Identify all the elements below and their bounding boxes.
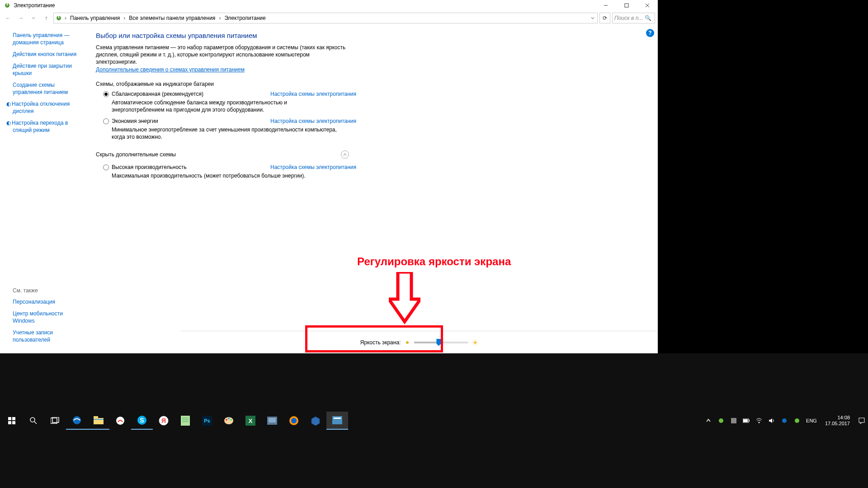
plan-name[interactable]: Высокая производительность: [112, 164, 187, 170]
chevron-right-icon: ›: [218, 15, 222, 21]
power-icon: [4, 2, 11, 9]
taskbar-app-firefox[interactable]: [283, 412, 305, 430]
svg-point-59: [782, 418, 787, 423]
close-button[interactable]: [637, 0, 658, 11]
tray-clock[interactable]: 14:08 17.05.2017: [822, 415, 853, 427]
plan-settings-link[interactable]: Настройка схемы электропитания: [270, 118, 356, 124]
minimize-button[interactable]: [595, 0, 616, 11]
tray-language[interactable]: ENG: [806, 418, 817, 423]
sidebar-link-user-accounts[interactable]: Учетные записи пользователей: [13, 329, 85, 343]
sidebar-link-personalization[interactable]: Персонализация: [13, 298, 85, 305]
svg-rect-56: [749, 420, 750, 422]
taskbar: S Я Ps X ENG 14:08 17.05.2017: [0, 353, 868, 488]
taskbar-app-excel[interactable]: X: [240, 412, 261, 430]
taskbar-app-yandex-disk[interactable]: [109, 412, 131, 430]
breadcrumb-item[interactable]: Все элементы панели управления: [127, 15, 217, 21]
taskbar-app-skype[interactable]: S: [131, 412, 153, 430]
radio-high-performance[interactable]: [103, 164, 109, 170]
power-plan-saver: Экономия энергии Настройка схемы электро…: [103, 118, 356, 141]
back-button[interactable]: ←: [3, 13, 14, 23]
task-view-button[interactable]: [44, 412, 66, 430]
forward-button[interactable]: →: [15, 13, 26, 23]
history-dropdown-icon[interactable]: [589, 16, 596, 20]
sidebar-link-mobility-center[interactable]: Центр мобильности Windows: [13, 310, 85, 324]
svg-rect-1: [7, 3, 8, 5]
sidebar-link-home[interactable]: Панель управления — домашняя страница: [13, 32, 85, 46]
radio-power-saver[interactable]: [103, 118, 109, 124]
taskbar-app-edge[interactable]: [66, 412, 88, 430]
svg-rect-18: [8, 417, 11, 420]
taskbar-app-explorer[interactable]: [88, 412, 109, 430]
sidebar-link-create-plan[interactable]: Создание схемы управления питанием: [13, 81, 85, 96]
start-button[interactable]: [1, 412, 23, 430]
svg-rect-61: [859, 418, 864, 422]
annotation-text: Регулировка яркости экрана: [357, 255, 511, 268]
main-content: ? Выбор или настройка схемы управления п…: [90, 25, 658, 353]
taskbar-app-current[interactable]: [326, 412, 348, 430]
search-button[interactable]: [23, 412, 44, 430]
plan-settings-link[interactable]: Настройка схемы электропитания: [270, 91, 356, 97]
taskbar-app-notepad-plus[interactable]: [175, 412, 196, 430]
svg-rect-3: [625, 4, 628, 7]
svg-line-16: [473, 344, 474, 345]
chevron-right-icon: ›: [123, 15, 126, 21]
search-placeholder: Поиск в п...: [614, 15, 643, 21]
tray-chevron-up-icon[interactable]: [705, 417, 712, 424]
plan-name[interactable]: Сбалансированная (рекомендуется): [112, 91, 203, 97]
up-button[interactable]: ↑: [41, 13, 52, 23]
search-input[interactable]: Поиск в п... 🔍: [612, 13, 655, 23]
tray-date: 17.05.2017: [825, 421, 850, 427]
taskbar-app-paint[interactable]: [218, 412, 240, 430]
sidebar-link-sleep[interactable]: ◐Настройка перехода в спящий режим: [13, 119, 85, 134]
svg-rect-21: [12, 421, 15, 424]
taskbar-app-photoshop[interactable]: Ps: [196, 412, 218, 430]
bullet-icon: ◐: [6, 100, 12, 108]
sidebar-link-display-off[interactable]: ◐Настройка отключения дисплея: [13, 100, 85, 115]
svg-rect-29: [94, 419, 104, 420]
sidebar-link-power-buttons[interactable]: Действия кнопок питания: [13, 51, 85, 58]
svg-point-50: [291, 418, 297, 423]
svg-point-9: [474, 341, 476, 344]
help-icon[interactable]: ?: [646, 29, 654, 37]
svg-rect-57: [743, 419, 748, 422]
tray-icon[interactable]: [793, 417, 801, 424]
breadcrumb-item[interactable]: Электропитание: [222, 15, 267, 21]
collapse-icon[interactable]: [341, 150, 349, 159]
taskbar-app-virtualbox[interactable]: [305, 412, 326, 430]
svg-text:Я: Я: [161, 417, 166, 424]
sidebar-link-lid-close[interactable]: Действие при закрытии крышки: [13, 62, 85, 77]
recent-button[interactable]: [28, 13, 39, 23]
plan-description: Автоматическое соблюдение баланса между …: [112, 99, 338, 113]
svg-point-53: [719, 418, 723, 423]
maximize-button[interactable]: [616, 0, 637, 11]
svg-line-23: [34, 422, 37, 424]
svg-rect-52: [334, 418, 341, 419]
taskbar-app-generic[interactable]: [261, 412, 283, 430]
tray-icon[interactable]: [730, 417, 737, 424]
plan-settings-link[interactable]: Настройка схемы электропитания: [270, 164, 356, 170]
tray-notifications-icon[interactable]: [858, 417, 865, 424]
refresh-button[interactable]: ⟳: [599, 13, 610, 23]
annotation-highlight-box: [305, 325, 443, 352]
power-plan-balanced: Сбалансированная (рекомендуется) Настрой…: [103, 91, 356, 113]
tray-volume-icon[interactable]: [768, 417, 775, 424]
breadcrumb-item[interactable]: Панель управления: [68, 15, 122, 21]
taskbar-app-yandex-browser[interactable]: Я: [153, 412, 175, 430]
brightness-high-icon: [472, 339, 478, 346]
breadcrumb-bar[interactable]: › Панель управления › Все элементы панел…: [53, 13, 598, 23]
svg-rect-7: [58, 16, 59, 18]
plan-name[interactable]: Экономия энергии: [112, 118, 158, 124]
svg-point-44: [230, 419, 232, 421]
radio-balanced[interactable]: [103, 91, 109, 97]
bullet-icon: ◐: [6, 119, 12, 127]
tray-icon[interactable]: [781, 417, 788, 424]
system-tray: ENG 14:08 17.05.2017: [705, 415, 867, 427]
tray-battery-icon[interactable]: [743, 417, 750, 424]
search-icon: 🔍: [645, 15, 651, 21]
svg-rect-48: [269, 418, 276, 422]
learn-more-link[interactable]: Дополнительные сведения о схемах управле…: [96, 66, 245, 73]
svg-rect-28: [94, 416, 98, 419]
svg-text:S: S: [140, 417, 144, 424]
tray-icon[interactable]: [717, 417, 725, 424]
tray-wifi-icon[interactable]: [755, 417, 763, 424]
